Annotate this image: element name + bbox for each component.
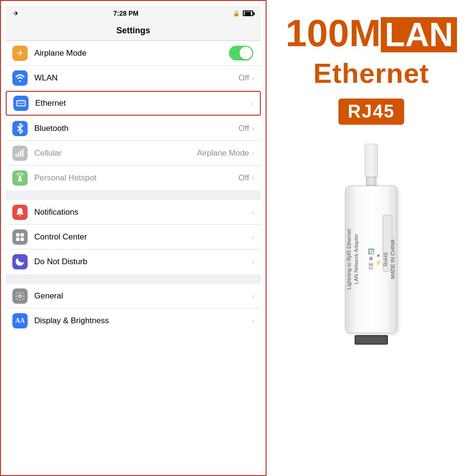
settings-group-general: General › AA Display & Brightness › (6, 284, 261, 333)
wlan-label: WLAN (34, 73, 238, 83)
lock-icon: 🔒 (233, 10, 240, 17)
settings-row-general[interactable]: General › (6, 284, 261, 308)
general-chevron: › (252, 292, 254, 300)
ethernet-icon (13, 96, 29, 111)
general-label: General (34, 291, 252, 301)
cellular-value: Airplane Mode (197, 149, 249, 158)
status-time: 7:28 PM (113, 10, 139, 17)
product-subtitle: Ethernet (313, 57, 429, 89)
hotspot-value: Off (238, 173, 249, 183)
control-center-label: Control Center (34, 232, 252, 242)
display-icon: AA (12, 313, 28, 328)
product-title: 100M LAN (286, 14, 457, 52)
svg-point-11 (19, 295, 21, 298)
adapter-image: Lightning to Rj45 EthernetLAN Network Ad… (345, 144, 397, 345)
adapter-plug (365, 144, 378, 177)
dnd-chevron: › (252, 258, 254, 266)
adapter-device: Lightning to Rj45 EthernetLAN Network Ad… (345, 144, 397, 345)
product-info: 100M LAN Ethernet RJ45 Lightning to Rj45… (267, 0, 476, 476)
settings-row-cellular[interactable]: Cellular Airplane Mode › (6, 141, 261, 166)
title-100m: 100M (286, 14, 381, 52)
settings-row-hotspot[interactable]: Personal Hotspot Off › (6, 166, 261, 190)
notifications-icon (12, 205, 28, 220)
notifications-chevron: › (252, 208, 254, 216)
cellular-chevron: › (252, 149, 254, 157)
wlan-icon (12, 70, 28, 86)
svg-rect-7 (16, 233, 20, 236)
svg-rect-5 (22, 149, 24, 157)
svg-rect-10 (20, 237, 24, 240)
svg-rect-4 (20, 150, 21, 157)
battery-icon (243, 10, 253, 16)
wlan-value: Off (238, 73, 249, 83)
general-icon (12, 288, 28, 304)
svg-rect-3 (18, 152, 19, 157)
phone-screen: ✈ 7:28 PM 🔒 Settings ✈ Airplane Mode WL (0, 0, 267, 476)
rj45-badge: RJ45 (338, 99, 405, 125)
settings-group-network: ✈ Airplane Mode WLAN Off › (6, 41, 261, 190)
dnd-icon (12, 254, 28, 269)
adapter-connector (366, 177, 377, 186)
control-center-chevron: › (252, 233, 254, 241)
svg-rect-2 (16, 154, 17, 157)
ethernet-chevron: › (251, 99, 253, 107)
ethernet-label: Ethernet (35, 99, 251, 108)
dnd-label: Do Not Disturb (34, 257, 252, 267)
settings-row-dnd[interactable]: Do Not Disturb › (6, 249, 261, 274)
settings-row-notifications[interactable]: Notifications › (6, 200, 261, 225)
status-bar: ✈ 7:28 PM 🔒 (6, 6, 261, 21)
hotspot-label: Personal Hotspot (34, 173, 238, 183)
group-divider-1 (6, 190, 261, 200)
cellular-label: Cellular (34, 149, 197, 158)
control-center-icon (12, 229, 28, 245)
airplane-mode-label: Airplane Mode (34, 49, 229, 58)
settings-group-system: Notifications › Control Center › (6, 200, 261, 274)
bluetooth-icon (12, 121, 28, 136)
airplane-mode-toggle[interactable] (229, 46, 253, 60)
settings-row-bluetooth[interactable]: Bluetooth Off › (6, 116, 261, 141)
status-icons: 🔒 (233, 10, 253, 17)
cellular-icon (12, 146, 28, 161)
airplane-mode-icon: ✈ (12, 46, 28, 61)
hotspot-icon (12, 170, 28, 186)
adapter-body: Lightning to Rj45 EthernetLAN Network Ad… (345, 186, 397, 333)
bluetooth-value: Off (238, 124, 249, 133)
wlan-chevron: › (252, 74, 254, 82)
svg-rect-9 (16, 237, 20, 240)
group-divider-2 (6, 274, 261, 284)
adapter-port (355, 335, 388, 345)
bluetooth-label: Bluetooth (34, 124, 238, 133)
svg-point-0 (19, 80, 21, 82)
title-lan: LAN (381, 17, 457, 52)
bluetooth-chevron: › (252, 125, 254, 132)
display-chevron: › (252, 317, 254, 325)
settings-row-wlan[interactable]: WLAN Off › (6, 66, 261, 90)
svg-point-6 (19, 176, 21, 178)
airplane-mode-indicator: ✈ (13, 10, 19, 17)
settings-row-airplane-mode[interactable]: ✈ Airplane Mode (6, 41, 261, 66)
hotspot-chevron: › (252, 174, 254, 182)
notifications-label: Notifications (34, 208, 252, 217)
settings-row-ethernet[interactable]: Ethernet › (6, 91, 261, 116)
settings-row-display[interactable]: AA Display & Brightness › (6, 308, 261, 333)
settings-row-control-center[interactable]: Control Center › (6, 225, 261, 249)
svg-rect-1 (17, 101, 25, 106)
page-title: Settings (6, 21, 261, 41)
svg-rect-8 (20, 233, 24, 236)
adapter-label: Lightning to Rj45 EthernetLAN Network Ad… (346, 229, 397, 289)
display-label: Display & Brightness (34, 316, 252, 326)
